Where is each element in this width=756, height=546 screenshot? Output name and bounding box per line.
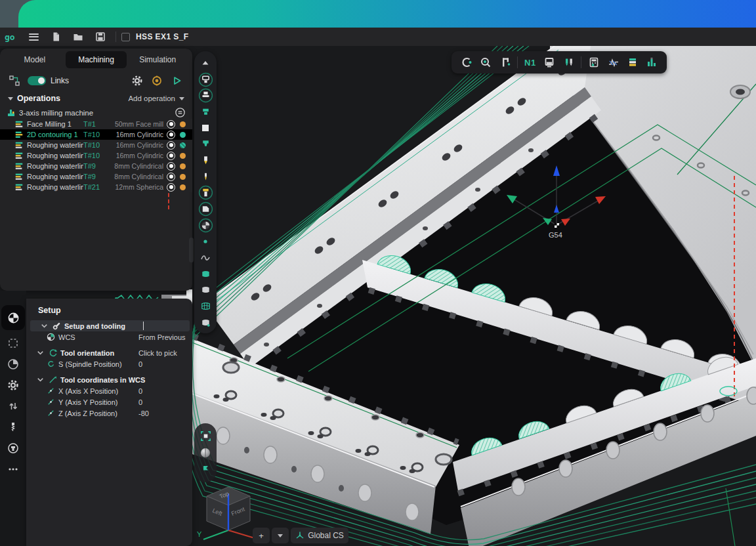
hamburger-icon — [29, 33, 39, 41]
operation-radio[interactable] — [167, 162, 175, 171]
toggle-curves-visibility[interactable] — [197, 249, 214, 266]
toggle-result-visibility[interactable] — [197, 314, 214, 331]
toggle-points-visibility[interactable] — [197, 234, 214, 250]
sidebar-item-more[interactable] — [1, 459, 25, 480]
toggle-machine-visibility[interactable] — [197, 72, 214, 88]
tab-simulation[interactable]: Simulation — [127, 51, 188, 68]
y-axis — [203, 530, 228, 539]
setup-row-x[interactable]: X (Axis X Position) 0 — [26, 385, 192, 396]
tab-machining[interactable]: Machining — [66, 51, 127, 68]
sidebar-item-settings[interactable] — [1, 375, 25, 396]
sidebar-item-tool[interactable] — [1, 417, 25, 438]
panel-collapse-handle[interactable] — [189, 238, 194, 262]
operation-row[interactable]: Roughing waterline 2 T#10 16mm Cylindric — [0, 150, 192, 161]
setup-row-wcs[interactable]: WCS From Previous — [26, 331, 192, 343]
setup-row-spindle[interactable]: S (Spindle Position) 0 — [26, 358, 192, 369]
operation-radio[interactable] — [167, 131, 175, 139]
operation-row[interactable]: Roughing waterline 4 T#9 8mm Cylindrical — [0, 171, 192, 182]
operations-collapse-chevron[interactable] — [8, 97, 13, 100]
operations-settings-button[interactable] — [129, 74, 145, 88]
cs-label: Global CS — [308, 531, 344, 540]
open-folder-icon — [72, 31, 84, 43]
gcode-button[interactable]: N1 — [520, 53, 539, 72]
project-checkbox[interactable] — [121, 33, 130, 41]
operation-radio[interactable] — [167, 173, 175, 181]
add-cs-button[interactable]: + — [253, 528, 270, 543]
run-simulation-button[interactable] — [169, 74, 184, 88]
operations-header: Operations — [17, 94, 128, 103]
calculator-icon — [587, 56, 600, 69]
collision-check-button[interactable] — [457, 53, 476, 72]
tool-pair-button[interactable] — [559, 53, 578, 72]
tool-holder-icon — [7, 442, 19, 454]
face-milling-icon — [14, 119, 24, 129]
setup-row-orientation[interactable]: Tool orientation Click to pick — [26, 347, 192, 358]
z-axis-icon — [46, 408, 56, 418]
setup-row-label: Tool coordinates in WCS — [60, 376, 145, 384]
sidebar-item-selection[interactable] — [1, 333, 25, 354]
machine-node[interactable]: 3-axis milling machine — [0, 106, 192, 119]
measure-button[interactable] — [495, 53, 514, 72]
scroll-up-button[interactable] — [197, 55, 214, 72]
status-dot — [180, 142, 186, 148]
operation-row-selected[interactable]: 2D contouring 1 T#10 16mm Cylindric — [0, 129, 192, 140]
operation-row[interactable]: Roughing waterline 5 T#21 12mm Spherica — [0, 182, 192, 192]
main-menu-button[interactable] — [24, 29, 43, 45]
toggle-holder-visibility[interactable] — [197, 136, 214, 152]
drill-tool-icon — [7, 421, 19, 433]
toggle-assembly-visibility[interactable] — [197, 185, 214, 201]
rebuild-button[interactable] — [149, 74, 165, 88]
machine-menu-icon[interactable] — [175, 107, 186, 118]
operation-row[interactable]: Face Milling 1 T#1 50mm Face mill — [0, 119, 192, 129]
operation-name: Roughing waterline 4 — [27, 173, 83, 180]
probe-button[interactable] — [476, 53, 495, 72]
fit-view-button[interactable] — [197, 428, 214, 444]
sidebar-item-disc[interactable] — [1, 354, 25, 375]
tool-layers-button[interactable] — [623, 53, 642, 72]
new-file-button[interactable] — [46, 29, 66, 45]
statistics-button[interactable] — [642, 53, 662, 72]
setup-row-y[interactable]: Y (Axis Y Position) 0 — [26, 396, 192, 408]
add-operation-button[interactable]: Add operation — [128, 94, 175, 102]
calculator-button[interactable] — [584, 53, 603, 72]
save-button[interactable] — [91, 29, 110, 45]
toggle-tool-visibility[interactable] — [197, 152, 214, 169]
global-cs-button[interactable]: Global CS — [291, 528, 348, 543]
tab-model[interactable]: Model — [4, 51, 66, 68]
tool-small-icon — [200, 171, 212, 183]
links-toggle[interactable] — [28, 76, 46, 85]
sort-arrows-icon — [7, 400, 19, 412]
add-operation-chevron[interactable] — [179, 97, 184, 100]
setup-row-coords[interactable]: Tool coordinates in WCS — [26, 374, 192, 385]
operation-radio[interactable] — [167, 152, 175, 160]
toggle-mesh-visibility[interactable] — [197, 298, 214, 314]
machine-monitor-button[interactable] — [540, 53, 559, 72]
status-dot — [180, 121, 186, 127]
toggle-tool-tip-visibility[interactable] — [197, 169, 214, 185]
sidebar-item-holder[interactable] — [1, 438, 25, 459]
operation-radio[interactable] — [167, 183, 175, 192]
sidebar-item-wcs[interactable] — [1, 305, 25, 330]
signal-chart-button[interactable] — [604, 53, 623, 72]
app-logo[interactable]: go — [1, 28, 21, 45]
surface-gray-icon — [200, 284, 212, 296]
toggle-faces-visibility[interactable] — [197, 282, 214, 299]
toggle-head-visibility[interactable] — [197, 87, 214, 104]
open-file-button[interactable] — [68, 29, 88, 45]
toggle-stock-visibility[interactable] — [197, 120, 214, 136]
setup-row-z[interactable]: Z (Axis Z Position) -80 — [26, 408, 192, 419]
operation-radio[interactable] — [167, 120, 175, 129]
cs-dropdown-button[interactable] — [272, 528, 289, 543]
flag-button[interactable] — [197, 462, 214, 478]
toggle-workpiece-visibility[interactable] — [197, 201, 214, 217]
sidebar-item-sort[interactable] — [1, 396, 25, 417]
shading-mode-button[interactable] — [197, 445, 214, 461]
setup-row-label: S (Spindle Position) — [58, 360, 122, 368]
toggle-fixture-visibility[interactable] — [197, 104, 214, 120]
operation-row[interactable]: Roughing waterline 1 T#10 16mm Cylindric — [0, 140, 192, 150]
toggle-wcs-visibility[interactable] — [197, 217, 214, 234]
operation-row[interactable]: Roughing waterline 3 T#9 8mm Cylindrical — [0, 161, 192, 171]
toggle-surfaces-visibility[interactable] — [197, 266, 214, 282]
operation-radio[interactable] — [167, 141, 175, 150]
setup-row-tooling[interactable]: Setup and tooling — [30, 320, 190, 331]
